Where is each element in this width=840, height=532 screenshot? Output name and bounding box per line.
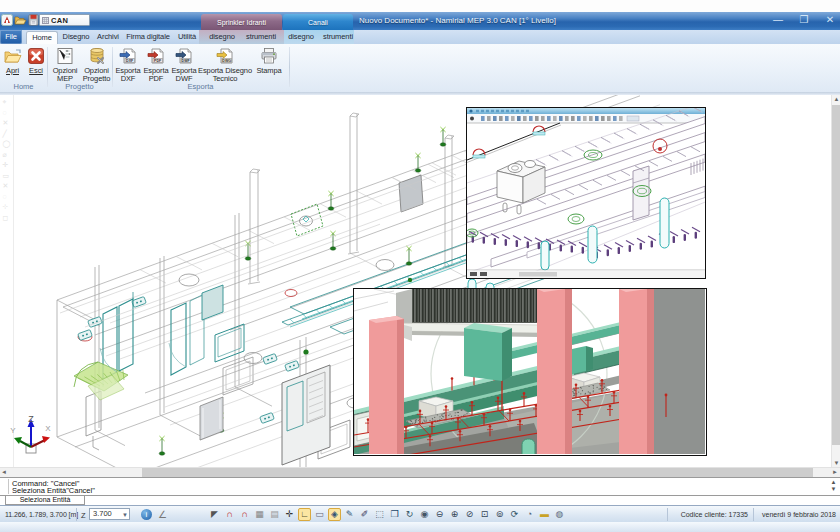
ribbon-separator [289, 47, 290, 87]
zoom-in-icon[interactable]: ⊕ [448, 508, 461, 521]
module-combo-value: CAN [51, 16, 68, 25]
viewport-ducts-drawing [467, 108, 705, 278]
status-tool-icons: ◤∩∩▦▤✛∟▭◈✎✐⬚❒↻◉⊖⊕⊘⊡⊚⟳◔▬◍ [208, 508, 566, 521]
opzioni-mep-button[interactable]: Opzioni MEP [50, 45, 80, 83]
drawing-canvas[interactable]: ⌖◌✕╱◯⌀✛▭✕◌⊹◻ Z X Y [0, 95, 840, 467]
esporta-disegno-tecnico-button[interactable]: DWG Esporta Disegno Tecnico [197, 45, 253, 83]
viewport-render-drawing [354, 289, 705, 454]
zoom-extents-icon[interactable]: ⊚ [493, 508, 506, 521]
export-dwf-icon: DWF [174, 46, 194, 66]
status-separator [76, 508, 77, 521]
ribbon-group-progetto: Progetto [47, 82, 112, 91]
esporta-dxf-button[interactable]: DXF Esporta DXF [114, 45, 142, 83]
wire-cube-icon[interactable]: ⬚ [373, 508, 386, 521]
tab-utilita[interactable]: Utilità [174, 30, 200, 44]
status-separator [753, 508, 754, 521]
globe-icon[interactable]: ◍ [553, 508, 566, 521]
coordinates-readout: 11.266, 1.789, 3.700 [m] [5, 511, 78, 518]
tab-archivi[interactable]: Archivi [94, 30, 122, 44]
viewport-window-render[interactable] [353, 288, 707, 456]
contextual-group-sprinkler-idranti: Sprinkler Idranti [201, 14, 282, 30]
hatch-icon[interactable]: ▦ [253, 508, 266, 521]
command-prompt-tab[interactable]: Seleziona Entità [5, 496, 85, 505]
scroll-up-icon[interactable]: ▲ [832, 96, 840, 102]
tab-home[interactable]: Home [26, 31, 58, 45]
exit-icon [26, 46, 46, 66]
tab-canali-disegno[interactable]: disegno [285, 30, 317, 44]
ribbon-group-home: Home [0, 82, 47, 91]
export-pdf-icon: PDF [146, 46, 166, 66]
stampa-button[interactable]: Stampa [252, 45, 286, 83]
status-date: venerdì 9 febbraio 2018 [762, 511, 836, 518]
svg-text:PDF: PDF [154, 59, 162, 63]
tab-sprinkler-strumenti[interactable]: strumenti [241, 30, 281, 44]
window-title: Nuovo Documento* - Namirial MEP 3.0 CAN … [359, 16, 556, 25]
layout-icon[interactable]: ▬ [538, 508, 551, 521]
close-button[interactable]: ✕ [820, 13, 840, 27]
viewport-window-ducts[interactable] [466, 107, 706, 279]
window-top-strip [0, 0, 840, 12]
svg-text:DWG: DWG [222, 59, 231, 63]
solid-cube-icon[interactable]: ❒ [388, 508, 401, 521]
ribbon: Apri Esci Opzioni MEP [0, 44, 840, 92]
opzioni-progetto-button[interactable]: Opzioni Progetto [81, 45, 112, 83]
angle-icon[interactable]: ∠ [158, 509, 167, 520]
application-window: CAN Sprinkler Idranti Canali Nuovo Docum… [0, 0, 840, 532]
esporta-dwf-button[interactable]: DWF Esporta DWF [170, 45, 198, 83]
command-line-2: Seleziona Entità"Cancel" [12, 487, 95, 495]
command-scrollbar[interactable]: ▲▼ [829, 479, 838, 494]
info-icon[interactable]: i [141, 509, 152, 520]
snap-window-icon[interactable]: ▭ [313, 508, 326, 521]
z-label: Z [81, 511, 86, 520]
command-history[interactable]: Command: "Cancel" Seleziona Entità"Cance… [0, 477, 840, 496]
combo-arrow-icon: ▼ [122, 510, 128, 520]
module-grid-icon [42, 17, 49, 24]
regen-icon[interactable]: ⟳ [508, 508, 521, 521]
app-logo-icon[interactable] [1, 14, 14, 26]
esporta-pdf-button[interactable]: PDF Esporta PDF [142, 45, 170, 83]
scroll-left-icon[interactable]: ◄ [1, 468, 7, 477]
open-folder-icon [3, 46, 23, 66]
esci-button[interactable]: Esci [25, 45, 47, 83]
feather-icon[interactable]: ✐ [358, 508, 371, 521]
zoom-dynamic-icon[interactable]: ⊘ [463, 508, 476, 521]
print-icon [259, 46, 279, 66]
open-folder-glyph [14, 14, 27, 26]
status-bar: 11.266, 1.789, 3.700 [m] Z 3.700 ▼ i ∠ ◤… [0, 505, 840, 522]
orbit-icon[interactable]: ↻ [403, 508, 416, 521]
crosshair-icon[interactable]: ✛ [283, 508, 296, 521]
scroll-down-icon[interactable]: ▼ [832, 460, 840, 466]
app-logo-glyph [1, 14, 13, 26]
zoom-out-icon[interactable]: ⊖ [433, 508, 446, 521]
tab-file[interactable]: File [0, 30, 22, 44]
vertical-scrollbar-thumb[interactable] [832, 105, 840, 445]
ribbon-tab-row: File Home Disegno Archivi Firma digitale… [0, 30, 840, 44]
grid-glyph [42, 17, 49, 24]
project-options-icon [87, 46, 107, 66]
spline-edit-icon[interactable]: ∩ [238, 508, 251, 521]
select-arrow-icon[interactable]: ◤ [208, 508, 221, 521]
tab-disegno[interactable]: Disegno [60, 30, 92, 44]
tab-firma-digitale[interactable]: Firma digitale [126, 30, 170, 44]
scroll-right-icon[interactable]: ► [832, 468, 838, 477]
spline-icon[interactable]: ∩ [223, 508, 236, 521]
view-icon[interactable]: ◉ [418, 508, 431, 521]
layer-icon[interactable]: ▤ [268, 508, 281, 521]
ribbon-group-esporta: Esporta [112, 82, 289, 91]
command-prompt-row[interactable]: Seleziona Entità [0, 496, 840, 505]
ortho-icon[interactable]: ∟ [298, 508, 311, 521]
axis-x-label: X [45, 424, 51, 433]
restore-button[interactable]: ❐ [794, 13, 814, 27]
time-icon[interactable]: ◔ [523, 508, 536, 521]
osnap-icon[interactable]: ◈ [328, 508, 341, 521]
apri-button[interactable]: Apri [1, 45, 24, 83]
open-file-icon[interactable] [14, 14, 27, 26]
horizontal-scrollbar-thumb[interactable] [142, 468, 813, 477]
tab-sprinkler-disegno[interactable]: disegno [204, 30, 240, 44]
pen-icon[interactable]: ✎ [343, 508, 356, 521]
zoom-window-icon[interactable]: ⊡ [478, 508, 491, 521]
z-value-combo[interactable]: 3.700 ▼ [89, 508, 130, 520]
minimize-button[interactable]: — [768, 13, 788, 27]
tab-canali-strumenti[interactable]: strumenti [318, 30, 358, 44]
module-combo[interactable]: CAN [39, 14, 90, 26]
